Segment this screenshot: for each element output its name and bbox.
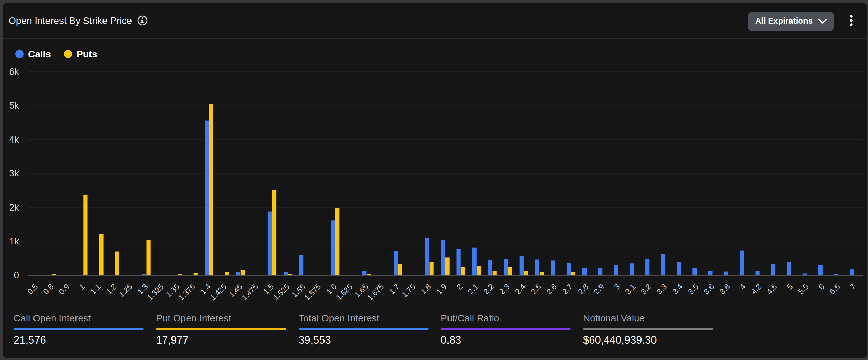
svg-text:3: 3: [612, 282, 622, 292]
svg-text:2k: 2k: [9, 202, 19, 213]
svg-text:3.3: 3.3: [655, 282, 669, 296]
svg-text:5.5: 5.5: [797, 282, 810, 296]
svg-text:5: 5: [785, 282, 795, 292]
svg-text:Calls: Calls: [28, 49, 51, 59]
svg-text:2.3: 2.3: [498, 282, 511, 296]
svg-text:6k: 6k: [9, 66, 19, 77]
svg-text:3.4: 3.4: [671, 282, 685, 296]
svg-text:1.7: 1.7: [388, 282, 401, 296]
svg-text:1.375: 1.375: [177, 282, 196, 302]
svg-text:0.5: 0.5: [26, 282, 40, 296]
svg-text:2.6: 2.6: [545, 282, 559, 296]
svg-text:7: 7: [848, 282, 857, 292]
svg-text:2.5: 2.5: [529, 282, 543, 296]
svg-text:1: 1: [78, 282, 87, 292]
svg-text:0.9: 0.9: [57, 282, 71, 296]
svg-text:1.575: 1.575: [303, 282, 322, 302]
svg-text:1.8: 1.8: [419, 282, 433, 296]
svg-text:6.5: 6.5: [828, 282, 842, 296]
svg-text:1.475: 1.475: [240, 282, 260, 302]
svg-text:3k: 3k: [9, 168, 19, 178]
svg-text:1.625: 1.625: [334, 282, 354, 302]
svg-text:3.8: 3.8: [718, 282, 732, 296]
svg-text:4.5: 4.5: [765, 282, 779, 296]
svg-text:0: 0: [14, 270, 19, 280]
svg-text:3.1: 3.1: [623, 282, 637, 296]
svg-text:1.525: 1.525: [272, 282, 291, 302]
svg-text:1.25: 1.25: [117, 282, 134, 299]
svg-text:1.9: 1.9: [435, 282, 449, 296]
svg-text:1k: 1k: [9, 236, 19, 246]
svg-text:2.7: 2.7: [561, 282, 574, 296]
svg-text:5k: 5k: [9, 100, 19, 111]
svg-text:2: 2: [455, 282, 464, 292]
svg-text:2.2: 2.2: [482, 282, 496, 296]
svg-text:1.75: 1.75: [400, 282, 417, 299]
svg-text:1.675: 1.675: [366, 282, 385, 302]
svg-text:4.2: 4.2: [749, 282, 763, 296]
svg-text:2.8: 2.8: [576, 282, 590, 296]
svg-text:3.6: 3.6: [702, 282, 716, 296]
svg-text:1.2: 1.2: [105, 282, 118, 296]
svg-text:1.325: 1.325: [146, 282, 165, 302]
svg-text:4: 4: [738, 282, 747, 292]
svg-text:1.1: 1.1: [89, 282, 102, 296]
svg-text:Puts: Puts: [77, 49, 97, 59]
svg-text:1.425: 1.425: [208, 282, 228, 302]
svg-text:4k: 4k: [9, 134, 19, 145]
svg-text:2.4: 2.4: [513, 282, 527, 296]
svg-text:2.9: 2.9: [592, 282, 606, 296]
svg-text:0.8: 0.8: [42, 282, 55, 296]
svg-text:2.1: 2.1: [466, 282, 480, 296]
svg-text:6: 6: [817, 282, 826, 292]
svg-text:3.2: 3.2: [639, 282, 653, 296]
svg-text:3.5: 3.5: [687, 282, 700, 296]
